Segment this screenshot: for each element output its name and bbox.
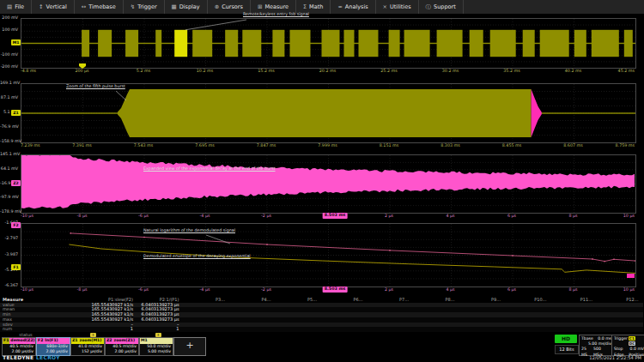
y-axis-label: 87.1 mV	[0, 95, 18, 100]
menu-measure-icon: ⊞	[258, 3, 262, 10]
x-axis-label: 15.2 ms	[258, 69, 274, 74]
trace-badge-z2[interactable]: Z2	[11, 180, 21, 186]
trace-descriptor-f1[interactable]: F1demod(Z2)40.5 mV/div2.00 µs/div	[2, 337, 36, 356]
y-axis-label: -3.987	[0, 252, 18, 257]
oscilloscope-screen: ▤File↕Vertical↔Timebase↯Trigger▦Display⊕…	[0, 0, 644, 362]
x-axis-label: 8.607 ms	[563, 143, 582, 148]
burst	[624, 30, 633, 57]
menu-item-label: File	[15, 3, 24, 10]
burst	[125, 30, 138, 57]
grid-1-plot[interactable]	[21, 18, 636, 69]
trace-badge-f1[interactable]: F1	[11, 264, 21, 270]
burst	[540, 30, 569, 57]
menu-item-support[interactable]: ⓘSupport	[419, 0, 464, 14]
trace-point-marker	[266, 244, 267, 244]
x-axis-label: 25.2 ms	[380, 69, 397, 74]
x-axis-label: 7.391 ms	[72, 143, 91, 148]
burst	[272, 30, 284, 57]
trigger-source-chip: C1	[629, 336, 635, 341]
x-axis-label: -6 µs	[138, 214, 149, 219]
burst	[192, 30, 212, 57]
horizontal-scale: 152 µs/div	[71, 349, 104, 354]
x-axis-label: 10 µs	[623, 214, 635, 219]
trigger-summary-box[interactable]: Trigger C1 DC Stop 0.0 mV Edge Positive	[611, 335, 644, 356]
x-axis-label: -4 µs	[200, 214, 210, 219]
burst	[359, 30, 379, 57]
grid-4-plot[interactable]	[21, 223, 636, 287]
menu-vertical-icon: ↕	[39, 3, 43, 10]
zoom-position-badge[interactable]: 8.503 ms	[323, 213, 348, 219]
x-axis-label: 8.455 ms	[502, 143, 521, 148]
trace-descriptor-z2[interactable]: Z2zoom(Z1)40.5 mV/div2.00 µs/div	[105, 337, 139, 356]
menu-item-label: Support	[434, 3, 456, 10]
trace-name: Z1	[71, 338, 79, 344]
annotation-leader-line	[116, 91, 126, 100]
z2-highlight-wedge	[532, 89, 542, 137]
burst	[225, 30, 238, 57]
highlighted-burst	[174, 30, 187, 57]
trace-name: F1	[3, 338, 9, 344]
brand-teledyne: TELEDYNE	[3, 354, 34, 360]
x-axis-label: 7.695 ms	[195, 143, 214, 148]
menu-item-analysis[interactable]: ≈Analysis	[331, 0, 375, 14]
descriptor-header: Z1zoom(M1)	[71, 338, 104, 344]
burst	[389, 30, 400, 57]
trace-descriptor-f2[interactable]: F2ln(F1)680e-3/div2.00 µs/div	[36, 337, 70, 356]
trace-descriptor-z1[interactable]: Z1zoom(M1)41.0 mV/div152 µs/div	[70, 337, 105, 356]
x-axis-label: 7.543 ms	[134, 143, 153, 148]
annotation-exponential-decay: Expanded view of the exponential decay a…	[143, 166, 276, 171]
y-axis-label: 100 mV	[0, 27, 18, 33]
x-axis-label: -2 µs	[261, 287, 271, 293]
trace-point-marker	[389, 250, 390, 250]
bit-depth-label: 12 Bits	[555, 345, 579, 354]
y-axis-label: -178.9 mV	[0, 209, 18, 214]
x-axis-label: 8.759 ms	[616, 143, 635, 148]
trace-descriptor-m1[interactable]: M150.0 mV/div5.00 ms/div	[139, 337, 173, 356]
menu-item-vertical[interactable]: ↕Vertical	[32, 0, 75, 14]
menu-item-timebase[interactable]: ↔Timebase	[75, 0, 124, 14]
menu-item-utilities[interactable]: ×Utilities	[376, 0, 419, 14]
trigger-label: Trigger	[614, 336, 628, 347]
menu-trigger-icon: ↯	[131, 3, 135, 10]
trace-badge-z1[interactable]: Z1	[11, 110, 21, 116]
add-trace-button[interactable]: +	[173, 337, 206, 356]
trace-badge-m1[interactable]: M1	[11, 39, 21, 45]
descriptor-header: M1	[140, 338, 173, 344]
menu-item-trigger[interactable]: ↯Trigger	[124, 0, 165, 14]
trigger-chips: C1 DC	[628, 336, 644, 347]
x-axis-label: 6 µs	[507, 214, 516, 219]
x-axis-label: -4.8 ms	[21, 69, 36, 74]
hd-mode-indicator: HD	[555, 335, 577, 343]
trace-source: ln(F1)	[44, 338, 70, 344]
trigger-coupling-chip: DC	[629, 341, 636, 346]
burst	[437, 30, 463, 57]
horizontal-scale: 5.00 ms/div	[140, 349, 173, 354]
descriptor-header: F1demod(Z2)	[3, 338, 35, 344]
descriptor-header: F2ln(F1)	[37, 338, 70, 344]
z2-decay-waveform	[21, 155, 635, 208]
z1-tail-line	[542, 112, 635, 113]
menu-item-display[interactable]: ▦Display	[165, 0, 208, 14]
trace-point-marker	[592, 258, 592, 259]
horizontal-scale: 2.00 µs/div	[106, 349, 138, 354]
grid-3-plot[interactable]	[21, 154, 636, 214]
trace-point-marker	[635, 260, 635, 261]
burst	[592, 30, 619, 57]
horizontal-scale: 2.00 µs/div	[3, 349, 35, 354]
datetime-label: 12/05/2021 2:22:54 PM	[589, 355, 641, 360]
menu-item-file[interactable]: ▤File	[0, 0, 32, 14]
x-axis-label: 10.2 ms	[197, 69, 213, 74]
trace-badge-f2[interactable]: F2	[11, 222, 21, 228]
x-axis-label: -8 µs	[77, 214, 88, 219]
menu-cursors-icon: ⊕	[215, 3, 219, 10]
burst	[242, 30, 261, 57]
grid-2-plot[interactable]	[21, 83, 636, 143]
y-axis-label: -158.9 mV	[0, 139, 18, 144]
trace-name: F2	[37, 338, 44, 344]
x-axis-label: 40.2 ms	[565, 69, 581, 74]
timebase-summary-box[interactable]: Tbase 0.0 ms 5.00 ms/div 25 MS 500 MS/s	[579, 335, 614, 356]
zoom-position-badge[interactable]: 8.503 ms	[323, 287, 348, 293]
measure-table: MeasureP1:slew(F2)P2:1/(P1)P3...P4...P5.…	[0, 297, 644, 338]
menu-item-label: Timebase	[88, 3, 115, 10]
x-axis-label: 200 µs	[75, 69, 88, 74]
